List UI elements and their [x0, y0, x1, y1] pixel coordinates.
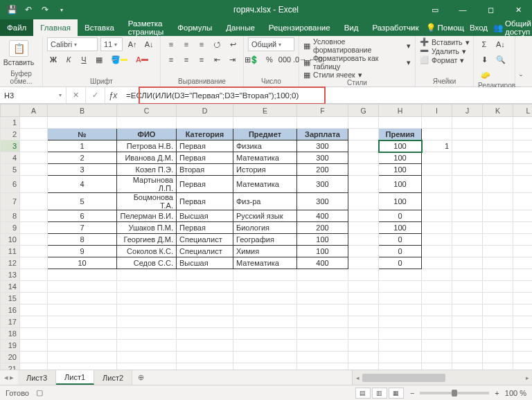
- cell-D1[interactable]: [177, 117, 233, 129]
- cell-A21[interactable]: [20, 363, 48, 370]
- cell-J20[interactable]: [452, 352, 483, 363]
- col-header-J[interactable]: J: [452, 104, 483, 117]
- view-layout-icon[interactable]: ▥: [372, 388, 387, 399]
- col-header-D[interactable]: D: [177, 104, 233, 117]
- cell-E10[interactable]: География: [233, 234, 297, 246]
- tab-review[interactable]: Рецензирование: [262, 19, 337, 36]
- sheet-nav-next-icon[interactable]: ▸: [10, 373, 14, 382]
- cell-B6[interactable]: 4: [48, 176, 117, 193]
- cell-C1[interactable]: [117, 117, 177, 129]
- cell-E21[interactable]: [233, 363, 297, 370]
- font-size-selector[interactable]: 11: [100, 37, 123, 51]
- insert-cells-button[interactable]: ➕ Вставить ▾: [420, 37, 469, 46]
- cell-H19[interactable]: [379, 340, 422, 352]
- cell-I15[interactable]: [422, 293, 452, 304]
- cell-I8[interactable]: [422, 210, 452, 222]
- cell-D14[interactable]: [177, 281, 233, 293]
- cell-F19[interactable]: [297, 340, 348, 352]
- cell-H14[interactable]: [379, 281, 422, 293]
- ribbon-options-icon[interactable]: ▭: [421, 0, 449, 19]
- cell-H7[interactable]: 100: [379, 193, 422, 210]
- cell-K14[interactable]: [483, 281, 513, 293]
- cell-F5[interactable]: 200: [297, 164, 348, 176]
- cell-I16[interactable]: [422, 304, 452, 316]
- cell-F1[interactable]: [297, 117, 348, 129]
- cell-F7[interactable]: 300: [297, 193, 348, 210]
- cell-H10[interactable]: 0: [379, 234, 422, 246]
- row-header-2[interactable]: 2: [1, 129, 20, 140]
- align-bot-icon[interactable]: ≡: [195, 37, 208, 51]
- format-cells-button[interactable]: ⬜ Формат ▾: [420, 55, 469, 64]
- cell-C13[interactable]: [117, 269, 177, 281]
- cell-H5[interactable]: 100: [379, 164, 422, 176]
- add-sheet-icon[interactable]: ⊕: [132, 370, 149, 385]
- row-header-10[interactable]: 10: [1, 234, 20, 246]
- cell-A1[interactable]: [20, 117, 48, 129]
- row-header-9[interactable]: 9: [1, 222, 20, 234]
- indent-inc-icon[interactable]: ⇥: [226, 53, 238, 66]
- cell-C6[interactable]: Мартынова Л.П.: [117, 176, 177, 193]
- cell-D11[interactable]: Специалист: [177, 246, 233, 257]
- tab-data[interactable]: Данные: [219, 19, 262, 36]
- cell-D15[interactable]: [177, 293, 233, 304]
- cell-L14[interactable]: [513, 281, 533, 293]
- redo-icon[interactable]: ↷: [39, 3, 51, 16]
- cell-H12[interactable]: 0: [379, 257, 422, 269]
- tell-me[interactable]: 💡 Помощ: [426, 23, 464, 33]
- sheet-nav-prev-icon[interactable]: ◂: [4, 373, 8, 382]
- cell-I7[interactable]: [422, 193, 452, 210]
- cell-D18[interactable]: [177, 328, 233, 340]
- cell-L21[interactable]: [513, 363, 533, 370]
- formula-input[interactable]: =ЕСЛИ(ИЛИ(D3="Первая";D3="Вторая");100;0…: [121, 87, 532, 103]
- share-button[interactable]: 👥 Общий доступ: [493, 19, 531, 36]
- decrease-font-icon[interactable]: A↓: [142, 37, 156, 51]
- row-header-8[interactable]: 8: [1, 210, 20, 222]
- row-header-11[interactable]: 11: [1, 246, 20, 257]
- fill-icon[interactable]: ⬇: [478, 53, 490, 66]
- cell-C14[interactable]: [117, 281, 177, 293]
- cell-B3[interactable]: 1: [48, 140, 117, 152]
- cell-C12[interactable]: Седов С.С.: [117, 257, 177, 269]
- cell-J13[interactable]: [452, 269, 483, 281]
- cell-E14[interactable]: [233, 281, 297, 293]
- cell-I4[interactable]: [422, 152, 452, 164]
- cell-E3[interactable]: Физика: [233, 140, 297, 152]
- cell-H4[interactable]: 100: [379, 152, 422, 164]
- cell-A17[interactable]: [20, 316, 48, 328]
- cell-G19[interactable]: [348, 340, 379, 352]
- cell-L16[interactable]: [513, 304, 533, 316]
- clear-icon[interactable]: 🧽: [478, 68, 493, 82]
- undo-icon[interactable]: ↶: [22, 3, 35, 16]
- cell-E8[interactable]: Русский язык: [233, 210, 297, 222]
- cell-D12[interactable]: Высшая: [177, 257, 233, 269]
- cell-J17[interactable]: [452, 316, 483, 328]
- cell-C16[interactable]: [117, 304, 177, 316]
- sheet-tab-Лист1[interactable]: Лист1: [56, 370, 94, 385]
- cell-H9[interactable]: 100: [379, 222, 422, 234]
- cell-H15[interactable]: [379, 293, 422, 304]
- cell-C18[interactable]: [117, 328, 177, 340]
- view-break-icon[interactable]: ▦: [389, 388, 404, 399]
- cell-G21[interactable]: [348, 363, 379, 370]
- cell-E11[interactable]: Химия: [233, 246, 297, 257]
- cell-F9[interactable]: 200: [297, 222, 348, 234]
- cell-K19[interactable]: [483, 340, 513, 352]
- cell-G1[interactable]: [348, 117, 379, 129]
- cell-D19[interactable]: [177, 340, 233, 352]
- cell-F15[interactable]: [297, 293, 348, 304]
- cell-K18[interactable]: [483, 328, 513, 340]
- cell-B1[interactable]: [48, 117, 117, 129]
- tab-view[interactable]: Вид: [337, 19, 366, 36]
- cell-F10[interactable]: 100: [297, 234, 348, 246]
- tab-file[interactable]: Файл: [0, 19, 33, 36]
- cell-B9[interactable]: 7: [48, 222, 117, 234]
- cell-F6[interactable]: 300: [297, 176, 348, 193]
- currency-icon[interactable]: 💲: [248, 53, 260, 66]
- scroll-right-icon[interactable]: ▸: [522, 374, 532, 381]
- cell-D8[interactable]: Высшая: [177, 210, 233, 222]
- font-color-button[interactable]: A: [133, 53, 151, 66]
- cell-B5[interactable]: 3: [48, 164, 117, 176]
- cell-E9[interactable]: Биология: [233, 222, 297, 234]
- col-header-I[interactable]: I: [422, 104, 452, 117]
- italic-button[interactable]: К: [62, 53, 75, 66]
